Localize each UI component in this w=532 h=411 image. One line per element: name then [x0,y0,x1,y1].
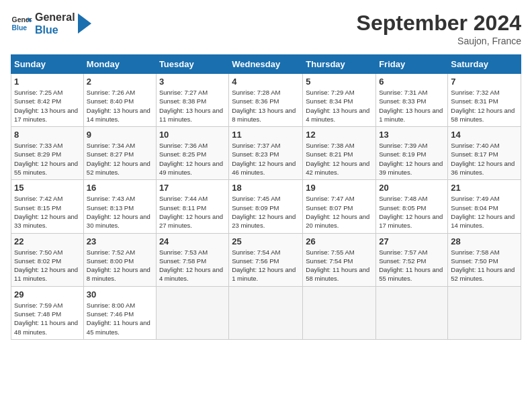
calendar-day-10: 10Sunrise: 7:36 AMSunset: 8:25 PMDayligh… [156,127,228,180]
calendar-day-7: 7Sunrise: 7:32 AMSunset: 8:31 PMDaylight… [448,74,521,127]
calendar-day-5: 5Sunrise: 7:29 AMSunset: 8:34 PMDaylight… [303,74,376,127]
calendar-day-28: 28Sunrise: 7:58 AMSunset: 7:50 PMDayligh… [448,233,521,286]
calendar-week-4: 22Sunrise: 7:50 AMSunset: 8:02 PMDayligh… [11,233,521,286]
month-title: September 2024 [357,11,521,36]
calendar-day-12: 12Sunrise: 7:38 AMSunset: 8:21 PMDayligh… [303,127,376,180]
calendar-day-29: 29Sunrise: 7:59 AMSunset: 7:48 PMDayligh… [11,286,84,339]
calendar-empty-cell [376,286,448,339]
calendar-day-22: 22Sunrise: 7:50 AMSunset: 8:02 PMDayligh… [11,233,84,286]
calendar-day-6: 6Sunrise: 7:31 AMSunset: 8:33 PMDaylight… [376,74,448,127]
calendar-day-8: 8Sunrise: 7:33 AMSunset: 8:29 PMDaylight… [11,127,84,180]
calendar-header-row: SundayMondayTuesdayWednesdayThursdayFrid… [11,55,521,74]
header-sunday: Sunday [11,55,84,74]
location: Saujon, France [357,36,521,46]
calendar-empty-cell [448,286,521,339]
logo-general: General [35,11,75,24]
calendar-day-25: 25Sunrise: 7:54 AMSunset: 7:56 PMDayligh… [229,233,303,286]
calendar-day-18: 18Sunrise: 7:45 AMSunset: 8:09 PMDayligh… [229,180,303,233]
calendar-day-3: 3Sunrise: 7:27 AMSunset: 8:38 PMDaylight… [156,74,228,127]
calendar-day-13: 13Sunrise: 7:39 AMSunset: 8:19 PMDayligh… [376,127,448,180]
calendar-day-1: 1Sunrise: 7:25 AMSunset: 8:42 PMDaylight… [11,74,84,127]
calendar-day-27: 27Sunrise: 7:57 AMSunset: 7:52 PMDayligh… [376,233,448,286]
header-friday: Friday [376,55,448,74]
header-tuesday: Tuesday [156,55,228,74]
logo: General Blue General Blue [11,11,91,36]
calendar-day-26: 26Sunrise: 7:55 AMSunset: 7:54 PMDayligh… [303,233,376,286]
calendar-day-23: 23Sunrise: 7:52 AMSunset: 8:00 PMDayligh… [83,233,156,286]
calendar-week-1: 1Sunrise: 7:25 AMSunset: 8:42 PMDaylight… [11,74,521,127]
header-thursday: Thursday [303,55,376,74]
calendar-day-17: 17Sunrise: 7:44 AMSunset: 8:11 PMDayligh… [156,180,228,233]
calendar-week-5: 29Sunrise: 7:59 AMSunset: 7:48 PMDayligh… [11,286,521,339]
calendar-week-2: 8Sunrise: 7:33 AMSunset: 8:29 PMDaylight… [11,127,521,180]
calendar-day-19: 19Sunrise: 7:47 AMSunset: 8:07 PMDayligh… [303,180,376,233]
calendar-empty-cell [229,286,303,339]
header-saturday: Saturday [448,55,521,74]
logo-icon: General Blue [11,13,32,34]
svg-marker-3 [78,13,91,34]
page-header: General Blue General Blue September 2024… [11,11,521,46]
header-wednesday: Wednesday [229,55,303,74]
calendar-week-3: 15Sunrise: 7:42 AMSunset: 8:15 PMDayligh… [11,180,521,233]
calendar-day-14: 14Sunrise: 7:40 AMSunset: 8:17 PMDayligh… [448,127,521,180]
header-monday: Monday [83,55,156,74]
calendar-day-30: 30Sunrise: 8:00 AMSunset: 7:46 PMDayligh… [83,286,156,339]
calendar-day-2: 2Sunrise: 7:26 AMSunset: 8:40 PMDaylight… [83,74,156,127]
calendar-day-11: 11Sunrise: 7:37 AMSunset: 8:23 PMDayligh… [229,127,303,180]
logo-blue: Blue [35,24,75,36]
calendar-day-21: 21Sunrise: 7:49 AMSunset: 8:04 PMDayligh… [448,180,521,233]
svg-text:Blue: Blue [12,24,28,32]
calendar-empty-cell [156,286,228,339]
calendar-table: SundayMondayTuesdayWednesdayThursdayFrid… [11,54,521,340]
title-block: September 2024 Saujon, France [357,11,521,46]
calendar-day-20: 20Sunrise: 7:48 AMSunset: 8:05 PMDayligh… [376,180,448,233]
logo-arrow-icon [78,13,91,34]
calendar-empty-cell [303,286,376,339]
calendar-day-9: 9Sunrise: 7:34 AMSunset: 8:27 PMDaylight… [83,127,156,180]
calendar-day-15: 15Sunrise: 7:42 AMSunset: 8:15 PMDayligh… [11,180,84,233]
calendar-day-24: 24Sunrise: 7:53 AMSunset: 7:58 PMDayligh… [156,233,228,286]
calendar-day-16: 16Sunrise: 7:43 AMSunset: 8:13 PMDayligh… [83,180,156,233]
calendar-day-4: 4Sunrise: 7:28 AMSunset: 8:36 PMDaylight… [229,74,303,127]
